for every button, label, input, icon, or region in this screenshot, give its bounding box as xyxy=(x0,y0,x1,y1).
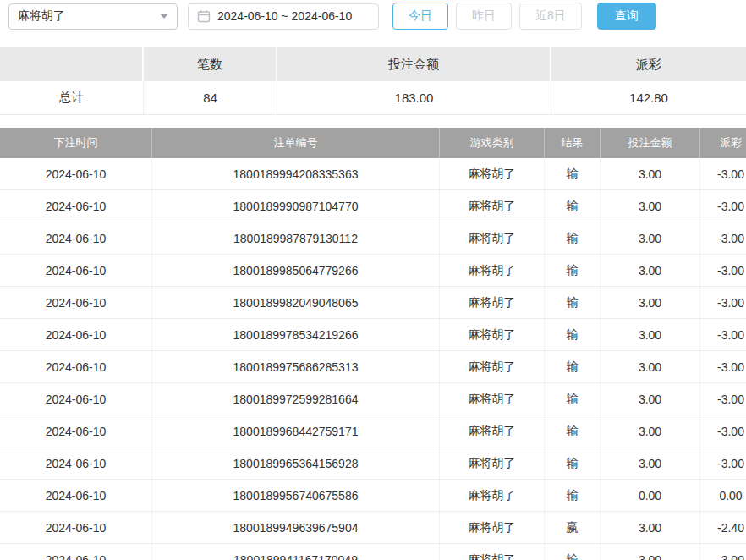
cell-bet-time: 2024-06-10 xyxy=(0,319,152,350)
cell-result: 输 xyxy=(545,319,601,350)
cell-payout: -3.00 xyxy=(700,383,746,415)
cell-order-no: 1800189982049048065 xyxy=(152,287,440,318)
cell-bet-time: 2024-06-10 xyxy=(0,480,152,511)
cell-payout: -3.00 xyxy=(700,158,746,189)
cell-bet-amount: 3.00 xyxy=(601,319,700,350)
cell-bet-time: 2024-06-10 xyxy=(0,383,152,415)
cell-payout: -3.00 xyxy=(700,447,746,479)
table-row: 2024-06-10 1800189994208335363 麻将胡了 输 3.… xyxy=(0,158,746,190)
header-bet-time: 下注时间 xyxy=(0,128,152,158)
bet-table-header: 下注时间 注单编号 游戏类别 结果 投注金额 派彩 xyxy=(0,128,746,158)
table-row: 2024-06-10 1800189985064779266 麻将胡了 输 3.… xyxy=(0,255,746,287)
cell-order-no: 1800189941167170049 xyxy=(152,544,440,560)
cell-payout: -3.00 xyxy=(700,287,746,318)
table-row: 2024-06-10 1800189968442759171 麻将胡了 输 3.… xyxy=(0,415,746,447)
table-row: 2024-06-10 1800189941167170049 麻将胡了 输 3.… xyxy=(0,544,746,560)
cell-result: 输 xyxy=(545,287,601,318)
table-row: 2024-06-10 1800189972599281664 麻将胡了 输 3.… xyxy=(0,383,746,415)
cell-bet-amount: 3.00 xyxy=(601,222,700,254)
cell-bet-time: 2024-06-10 xyxy=(0,158,152,189)
cell-result: 输 xyxy=(545,190,601,222)
cell-result: 输 xyxy=(545,158,601,189)
cell-payout: -3.00 xyxy=(700,415,746,447)
cell-order-no: 1800189975686285313 xyxy=(152,351,440,382)
summary-total-count: 84 xyxy=(144,81,277,115)
cell-game-type: 麻将胡了 xyxy=(440,287,545,318)
cell-bet-time: 2024-06-10 xyxy=(0,351,152,382)
cell-bet-amount: 3.00 xyxy=(601,190,700,222)
header-bet-amount: 投注金额 xyxy=(601,128,700,158)
header-payout: 派彩 xyxy=(700,128,746,158)
summary-total-bet: 183.00 xyxy=(277,81,551,115)
cell-order-no: 1800189972599281664 xyxy=(152,383,440,415)
cell-bet-time: 2024-06-10 xyxy=(0,544,152,560)
cell-result: 输 xyxy=(545,351,601,382)
cell-game-type: 麻将胡了 xyxy=(440,512,545,543)
cell-game-type: 麻将胡了 xyxy=(440,255,545,286)
cell-game-type: 麻将胡了 xyxy=(440,222,545,254)
cell-bet-amount: 3.00 xyxy=(601,512,700,543)
cell-game-type: 麻将胡了 xyxy=(440,319,545,350)
cell-game-type: 麻将胡了 xyxy=(440,480,545,511)
cell-game-type: 麻将胡了 xyxy=(440,383,545,415)
cell-result: 输 xyxy=(545,222,601,254)
table-row: 2024-06-10 1800189975686285313 麻将胡了 输 3.… xyxy=(0,351,746,383)
cell-bet-amount: 3.00 xyxy=(601,351,700,382)
summary-header-count: 笔数 xyxy=(144,47,277,81)
cell-payout: -3.00 xyxy=(700,255,746,286)
cell-game-type: 麻将胡了 xyxy=(440,415,545,447)
summary-header-payout: 派彩 xyxy=(551,47,746,81)
cell-order-no: 1800189968442759171 xyxy=(152,415,440,447)
cell-result: 输 xyxy=(545,480,601,511)
table-row: 2024-06-10 1800189982049048065 麻将胡了 输 3.… xyxy=(0,287,746,319)
cell-payout: -3.00 xyxy=(700,190,746,222)
cell-bet-amount: 3.00 xyxy=(601,383,700,415)
summary-header-blank xyxy=(0,47,144,81)
cell-order-no: 1800189956740675586 xyxy=(152,480,440,511)
bet-table-body: 2024-06-10 1800189994208335363 麻将胡了 输 3.… xyxy=(0,158,746,560)
cell-result: 输 xyxy=(545,447,601,479)
summary-total-row: 总计 84 183.00 142.80 xyxy=(0,81,746,115)
cell-result: 输 xyxy=(545,544,601,560)
today-button[interactable]: 今日 xyxy=(392,3,448,30)
cell-result: 输 xyxy=(545,383,601,415)
cell-payout: -3.00 xyxy=(700,351,746,382)
cell-game-type: 麻将胡了 xyxy=(440,351,545,382)
filter-bar: 麻将胡了 2024-06-10 ~ 2024-06-10 今日 昨日 近8日 查… xyxy=(0,0,746,30)
header-game-type: 游戏类别 xyxy=(440,128,545,158)
table-row: 2024-06-10 1800189987879130112 麻将胡了 输 3.… xyxy=(0,222,746,255)
chevron-down-icon xyxy=(160,14,168,19)
cell-bet-time: 2024-06-10 xyxy=(0,190,152,222)
date-range-input[interactable]: 2024-06-10 ~ 2024-06-10 xyxy=(188,3,379,30)
cell-bet-amount: 3.00 xyxy=(601,415,700,447)
cell-order-no: 1800189994208335363 xyxy=(152,158,440,189)
table-row: 2024-06-10 1800189990987104770 麻将胡了 输 3.… xyxy=(0,190,746,222)
yesterday-button[interactable]: 昨日 xyxy=(456,3,512,30)
header-result: 结果 xyxy=(545,128,601,158)
cell-game-type: 麻将胡了 xyxy=(440,190,545,222)
page: 麻将胡了 2024-06-10 ~ 2024-06-10 今日 昨日 近8日 查… xyxy=(0,0,746,560)
query-button[interactable]: 查询 xyxy=(597,3,656,30)
cell-order-no: 1800189978534219266 xyxy=(152,319,440,350)
table-row: 2024-06-10 1800189956740675586 麻将胡了 输 0.… xyxy=(0,480,746,512)
date-range-value: 2024-06-10 ~ 2024-06-10 xyxy=(217,9,352,23)
cell-bet-time: 2024-06-10 xyxy=(0,447,152,479)
cell-bet-amount: 3.00 xyxy=(601,287,700,318)
cell-order-no: 1800189965364156928 xyxy=(152,447,440,479)
last8days-button[interactable]: 近8日 xyxy=(519,3,582,30)
summary-total-payout: 142.80 xyxy=(551,81,746,115)
table-row: 2024-06-10 1800189978534219266 麻将胡了 输 3.… xyxy=(0,319,746,351)
cell-bet-time: 2024-06-10 xyxy=(0,415,152,447)
header-order-no: 注单编号 xyxy=(152,128,440,158)
calendar-icon xyxy=(197,9,211,23)
cell-game-type: 麻将胡了 xyxy=(440,158,545,189)
cell-payout: -2.40 xyxy=(700,512,746,543)
cell-bet-amount: 3.00 xyxy=(601,544,700,560)
cell-bet-amount: 3.00 xyxy=(601,447,700,479)
cell-result: 赢 xyxy=(545,512,601,543)
cell-bet-time: 2024-06-10 xyxy=(0,512,152,543)
cell-bet-time: 2024-06-10 xyxy=(0,255,152,286)
cell-bet-time: 2024-06-10 xyxy=(0,287,152,318)
summary-header-row: 笔数 投注金额 派彩 xyxy=(0,47,746,81)
game-select[interactable]: 麻将胡了 xyxy=(8,3,178,30)
